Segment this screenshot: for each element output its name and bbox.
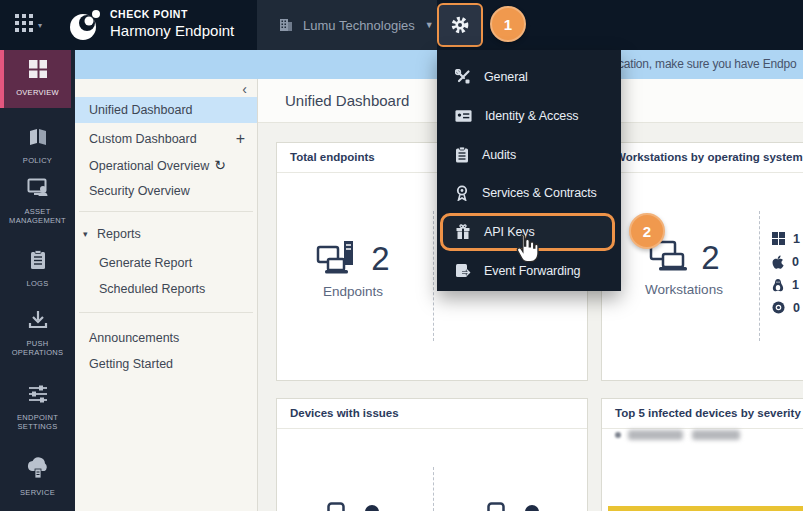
menu-item-api-keys[interactable]: API Keys	[437, 219, 621, 245]
sidebar-item-policy[interactable]: POLICY	[0, 128, 75, 165]
brand-line1: CHECK POINT	[110, 8, 234, 20]
annotation-badge-1: 1	[490, 6, 526, 42]
chrome-icon	[772, 301, 785, 314]
chevron-down-icon: ▼	[425, 20, 434, 30]
device-figure-partial	[327, 502, 347, 511]
linux-icon	[772, 278, 784, 292]
sidebar-item-announcements[interactable]: Announcements	[75, 326, 257, 350]
audit-clipboard-icon	[455, 147, 469, 163]
menu-item-label: Audits	[482, 148, 516, 162]
sidebar-item-operational-overview[interactable]: Operational Overview↻	[75, 153, 257, 177]
policy-book-icon	[28, 128, 48, 147]
brand-text: CHECK POINT Harmony Endpoint	[110, 8, 234, 39]
waffle-icon	[15, 14, 34, 37]
tools-icon	[455, 69, 471, 85]
sidebar-item-service[interactable]: SERVICE	[0, 457, 75, 497]
refresh-icon[interactable]: ↻	[214, 157, 226, 173]
sidebar-item-logs[interactable]: LOGS	[0, 250, 75, 288]
widget-devices-with-issues: Devices with issues	[276, 398, 588, 511]
badge-rosette-icon	[455, 185, 469, 201]
sidebar-item-label: Unified Dashboard	[75, 103, 193, 117]
nav-label: ASSET MANAGEMENT	[0, 207, 75, 225]
event-forwarding-icon	[455, 263, 471, 279]
logs-clipboard-icon	[29, 250, 47, 270]
os-count: 1	[793, 232, 800, 246]
widget-title: Devices with issues	[277, 399, 587, 429]
push-download-icon	[28, 310, 48, 330]
endpoints-devices-icon	[316, 239, 362, 279]
overview-tiles-icon	[28, 59, 48, 79]
sidebar-item-label: Custom Dashboard	[75, 132, 197, 146]
endpoints-label: Endpoints	[293, 284, 413, 299]
primary-nav: OVERVIEW POLICY ASSET MANAGEMENT	[0, 50, 75, 511]
app-launcher-button[interactable]: ▾	[15, 14, 42, 37]
widget-workstations-by-os: Workstations by operating system 2 Works…	[601, 142, 803, 381]
menu-item-label: Identity & Access	[485, 109, 579, 123]
org-selector[interactable]: Lumu Technologies ▼	[257, 0, 437, 50]
chevron-expanded-icon[interactable]: ▾	[83, 222, 88, 246]
dashboard-sidebar: ‹ Unified Dashboard Custom Dashboard + O…	[75, 79, 258, 511]
asset-monitor-user-icon	[27, 178, 49, 198]
divider	[79, 211, 253, 212]
os-row-windows: 1	[772, 227, 800, 250]
sidebar-item-security-overview[interactable]: Security Overview	[75, 179, 257, 203]
redacted-text	[628, 430, 683, 440]
sidebar-item-unified-dashboard[interactable]: Unified Dashboard	[75, 97, 257, 123]
menu-item-general[interactable]: General	[437, 64, 621, 90]
device-icon	[327, 502, 347, 511]
workstations-label: Workstations	[624, 282, 744, 297]
sidebar-item-label: Operational Overview	[75, 159, 209, 173]
checkpoint-logo	[68, 8, 102, 46]
widget-title: Top 5 infected devices by severity	[602, 399, 803, 429]
chevron-down-icon: ▾	[38, 21, 42, 30]
add-dashboard-icon[interactable]: +	[236, 127, 245, 151]
sidebar-item-getting-started[interactable]: Getting Started	[75, 352, 257, 376]
menu-item-identity-access[interactable]: Identity & Access	[437, 103, 621, 129]
banner-text: cation, make sure you have Endpo	[618, 50, 796, 79]
building-icon	[278, 17, 294, 33]
sidebar-item-push-operations[interactable]: PUSH OPERATIONS	[0, 310, 75, 357]
severity-bar-yellow	[608, 506, 803, 511]
nav-label: POLICY	[0, 156, 75, 165]
count-partial	[365, 505, 379, 511]
sidebar-item-label: Announcements	[75, 331, 179, 345]
dashed-divider	[433, 467, 434, 511]
app-window: ▾ CHECK POINT Harmony Endpoint	[0, 0, 803, 511]
sidebar-item-overview[interactable]: OVERVIEW	[0, 50, 71, 108]
sidebar-item-endpoint-settings[interactable]: ENDPOINT SETTINGS	[0, 384, 75, 431]
sidebar-item-generate-report[interactable]: Generate Report	[75, 251, 257, 275]
os-row-chrome: 0	[772, 296, 800, 319]
nav-label: OVERVIEW	[4, 88, 71, 97]
os-row-linux: 1	[772, 273, 800, 296]
collapse-sidebar-icon[interactable]: ‹	[242, 81, 247, 97]
sidebar-item-reports[interactable]: ▾ Reports	[75, 222, 257, 246]
sidebar-item-scheduled-reports[interactable]: Scheduled Reports	[75, 277, 257, 301]
os-count: 0	[792, 255, 799, 269]
os-count: 1	[792, 278, 799, 292]
sidebar-item-label: Scheduled Reports	[75, 282, 205, 296]
menu-item-label: General	[484, 70, 528, 84]
brand-line2: Harmony Endpoint	[110, 22, 234, 39]
nav-label: ENDPOINT SETTINGS	[0, 413, 75, 431]
device-figure-partial	[487, 502, 507, 511]
api-keys-gift-icon	[455, 224, 471, 240]
os-count: 0	[793, 301, 800, 315]
org-name: Lumu Technologies	[303, 18, 415, 33]
menu-item-services-contracts[interactable]: Services & Contracts	[437, 180, 621, 206]
sliders-icon	[28, 384, 48, 404]
sidebar-item-custom-dashboard[interactable]: Custom Dashboard +	[75, 127, 257, 151]
menu-item-label: API Keys	[484, 225, 535, 239]
service-cloud-icon	[25, 457, 51, 479]
windows-icon	[772, 232, 785, 245]
menu-item-event-forwarding[interactable]: Event Forwarding	[437, 258, 621, 284]
sidebar-item-asset-management[interactable]: ASSET MANAGEMENT	[0, 178, 75, 225]
nav-label: SERVICE	[0, 488, 75, 497]
settings-gear-button[interactable]	[437, 3, 483, 47]
device-icon	[487, 502, 507, 511]
annotation-badge-2: 2	[629, 213, 665, 249]
menu-item-label: Event Forwarding	[484, 264, 580, 278]
id-card-icon	[455, 109, 472, 123]
os-row-apple: 0	[772, 250, 800, 273]
menu-item-audits[interactable]: Audits	[437, 142, 621, 168]
dashed-divider	[759, 211, 760, 341]
